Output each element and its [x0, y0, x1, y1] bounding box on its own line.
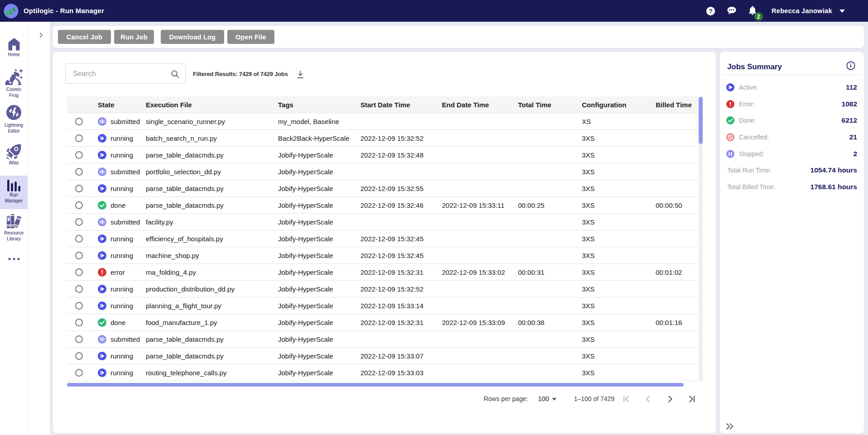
- tags-cell: Jobify-HyperScale: [277, 201, 360, 209]
- start-date-cell: 2022-12-09 15:32:52: [360, 285, 441, 293]
- state-cell: done: [110, 201, 125, 209]
- summary-stat-value: 2: [853, 150, 857, 158]
- sidebar-item-cosmic-frog[interactable]: CosmicFrog: [0, 68, 28, 98]
- chat-icon[interactable]: [727, 6, 737, 16]
- user-menu[interactable]: Rebecca Janowiak: [772, 7, 832, 14]
- vertical-scrollbar-thumb[interactable]: [699, 97, 703, 144]
- sidebar-item-label: ResourceLibrary: [4, 230, 24, 242]
- row-radio-button[interactable]: [75, 302, 83, 310]
- execution-file-cell: facility.py: [145, 218, 277, 226]
- notifications-button[interactable]: 2: [747, 5, 763, 21]
- table-row[interactable]: running batch_search_n_run.py Back2Back-…: [67, 130, 698, 147]
- sidebar-item-lightning-editor[interactable]: LightningEditor: [0, 105, 28, 134]
- sidebar-item-home[interactable]: Home: [0, 37, 28, 58]
- row-radio-button[interactable]: [75, 235, 83, 243]
- summary-stat-value: 112: [846, 83, 857, 91]
- row-radio-button[interactable]: [75, 185, 83, 192]
- row-radio-button[interactable]: [75, 134, 83, 142]
- row-radio-button[interactable]: [75, 168, 83, 176]
- col-header-billed-time[interactable]: Billed Time: [655, 101, 698, 109]
- table-row[interactable]: submitted parse_table_datacmds.py Jobify…: [67, 331, 698, 348]
- previous-page-button[interactable]: [637, 392, 659, 406]
- summary-stat-value: 1082: [842, 100, 857, 108]
- row-radio-button[interactable]: [75, 151, 83, 159]
- tags-cell: Jobify-HyperScale: [277, 151, 360, 159]
- state-cell: error: [110, 268, 125, 276]
- app-title: Optilogic - Run Manager: [24, 7, 104, 14]
- table-row[interactable]: running production_distribution_dd.py Jo…: [67, 281, 698, 297]
- table-row[interactable]: running planning_a_flight_tour.py Jobify…: [67, 297, 698, 314]
- row-radio-button[interactable]: [75, 201, 83, 209]
- configuration-cell: 3XS: [581, 218, 655, 226]
- row-radio-button[interactable]: [75, 352, 83, 360]
- execution-file-cell: routing_telephone_calls.py: [145, 369, 277, 377]
- table-row[interactable]: done food_manufacture_1.py Jobify-HyperS…: [67, 314, 698, 331]
- tags-cell: my_model, Baseline: [277, 118, 360, 125]
- summary-stats: Active: 112 Error: 1082 Done: 6212 Cance…: [720, 79, 864, 195]
- row-radio-button[interactable]: [75, 252, 83, 259]
- col-header-start-date-time[interactable]: Start Date Time: [360, 101, 441, 109]
- col-header-end-date-time[interactable]: End Date Time: [441, 101, 517, 109]
- sidebar-item-atlas[interactable]: Atlas: [0, 144, 28, 166]
- horizontal-scrollbar-thumb[interactable]: [67, 383, 684, 387]
- table-row[interactable]: running machine_shop.py Jobify-HyperScal…: [67, 247, 698, 264]
- execution-file-cell: portfolio_selection_dd.py: [145, 168, 277, 176]
- state-cell: running: [110, 302, 133, 310]
- cosmic-frog-icon: [5, 68, 23, 86]
- summary-stat-active: Active: 112: [720, 79, 864, 96]
- table-row[interactable]: submitted single_scenario_runner.py my_m…: [67, 113, 698, 130]
- configuration-cell: 3XS: [581, 235, 655, 243]
- jobs-summary-title: Jobs Summary: [727, 62, 782, 72]
- download-log-button[interactable]: Download Log: [161, 30, 224, 44]
- next-page-icon: [665, 394, 675, 404]
- col-header-tags[interactable]: Tags: [277, 101, 360, 109]
- user-caret-down-icon[interactable]: [839, 10, 845, 13]
- col-header-state[interactable]: State: [97, 101, 145, 109]
- col-header-total-time[interactable]: Total Time: [517, 101, 581, 109]
- execution-file-cell: parse_table_datacmds.py: [145, 352, 277, 360]
- table-row[interactable]: submitted facility.py Jobify-HyperScale …: [67, 214, 698, 230]
- table-row[interactable]: done parse_table_datacmds.py Jobify-Hype…: [67, 197, 698, 214]
- row-radio-button[interactable]: [75, 218, 83, 226]
- configuration-cell: XS: [581, 118, 655, 125]
- table-row[interactable]: running parse_table_datacmds.py Jobify-H…: [67, 147, 698, 163]
- next-page-button[interactable]: [659, 392, 681, 406]
- state-cell: running: [110, 285, 133, 293]
- state-cell: submitted: [110, 168, 140, 176]
- table-row[interactable]: running routing_telephone_calls.py Jobif…: [67, 364, 698, 381]
- info-icon[interactable]: [846, 61, 855, 70]
- table-row[interactable]: error rna_folding_4.py Jobify-HyperScale…: [67, 264, 698, 281]
- cancel-job-button[interactable]: Cancel Job: [58, 30, 111, 44]
- run-job-button[interactable]: Run Job: [114, 30, 154, 44]
- collapse-panel-icon[interactable]: [724, 421, 734, 431]
- row-radio-button[interactable]: [75, 285, 83, 293]
- start-date-cell: 2022-12-09 15:32:31: [360, 319, 441, 326]
- sidebar-item-more[interactable]: [0, 257, 28, 261]
- table-row[interactable]: running parse_table_datacmds.py Jobify-H…: [67, 180, 698, 197]
- row-radio-button[interactable]: [75, 319, 83, 326]
- expand-sidebar-icon[interactable]: [38, 32, 44, 38]
- status-running-icon: [98, 285, 106, 293]
- status-running-icon: [98, 151, 106, 159]
- table-row[interactable]: running parse_table_datacmds.py Jobify-H…: [67, 348, 698, 364]
- sidebar-item-run-manager[interactable]: RunManager: [0, 176, 28, 209]
- col-header-execution-file[interactable]: Execution File: [145, 101, 277, 109]
- search-input[interactable]: [66, 64, 185, 83]
- download-results-icon[interactable]: [296, 70, 305, 79]
- tags-cell: Jobify-HyperScale: [277, 185, 360, 192]
- col-header-configuration[interactable]: Configuration: [581, 101, 655, 109]
- rows-per-page-select[interactable]: 100: [538, 395, 556, 402]
- help-icon[interactable]: [706, 6, 715, 16]
- status-running-icon: [98, 134, 106, 143]
- last-page-button[interactable]: [681, 392, 702, 406]
- search-icon[interactable]: [170, 69, 180, 79]
- open-file-button[interactable]: Open File: [227, 30, 274, 44]
- row-radio-button[interactable]: [75, 369, 83, 377]
- row-radio-button[interactable]: [75, 118, 83, 125]
- row-radio-button[interactable]: [75, 268, 83, 276]
- table-row[interactable]: submitted portfolio_selection_dd.py Jobi…: [67, 163, 698, 180]
- table-row[interactable]: running efficiency_of_hospitals.py Jobif…: [67, 230, 698, 247]
- first-page-button[interactable]: [615, 392, 637, 406]
- row-radio-button[interactable]: [75, 335, 83, 343]
- sidebar-item-resource-library[interactable]: ResourceLibrary: [0, 214, 28, 242]
